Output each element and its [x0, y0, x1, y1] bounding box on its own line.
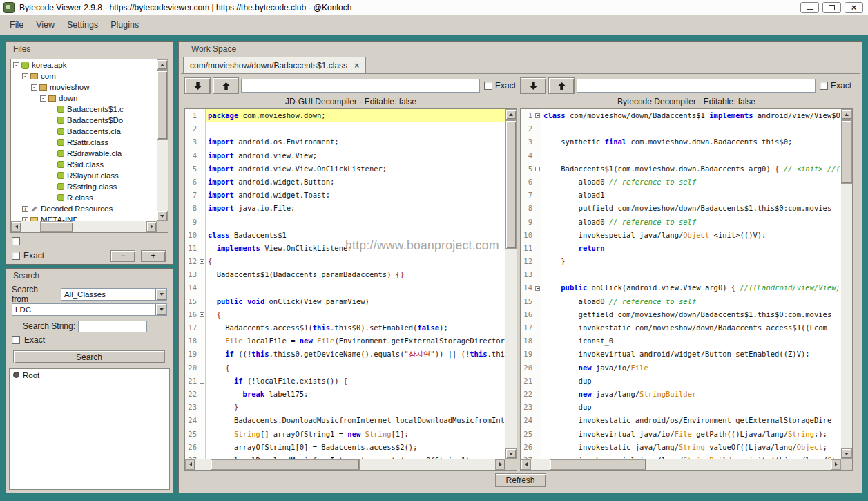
tree-item[interactable]: R.class — [11, 192, 157, 203]
tree-expander-plus-icon[interactable]: + — [22, 206, 28, 212]
fold-collapse-icon[interactable] — [200, 140, 204, 144]
font-increase-button[interactable]: + — [141, 250, 166, 262]
scroll-right-button[interactable] — [831, 459, 841, 470]
tree-expander-minus-icon[interactable]: - — [40, 95, 46, 102]
scroll-down-button[interactable] — [157, 211, 168, 221]
files-tree-vertical-scrollbar[interactable] — [157, 59, 168, 221]
scroll-up-button[interactable] — [505, 109, 517, 120]
scroll-up-button[interactable] — [157, 59, 168, 70]
jdgui-exact-checkbox[interactable] — [484, 82, 492, 90]
fold-collapse-icon[interactable] — [535, 286, 540, 291]
tree-item[interactable]: R$attr.class — [11, 137, 157, 148]
search-button[interactable]: Search — [13, 350, 165, 363]
scrollbar-thumb[interactable] — [211, 459, 360, 470]
scroll-down-button[interactable] — [841, 448, 852, 459]
scrollbar-thumb[interactable] — [505, 120, 517, 249]
line-number: 6 — [521, 176, 534, 189]
close-button[interactable]: × — [845, 2, 863, 13]
scrollbar-thumb[interactable] — [550, 459, 646, 470]
bytecode-horizontal-scrollbar[interactable] — [521, 459, 841, 470]
search-exact-checkbox[interactable] — [12, 336, 20, 344]
tree-item[interactable]: R$string.class — [11, 181, 157, 192]
bytecode-vertical-scrollbar[interactable] — [841, 109, 852, 459]
dropdown-button[interactable] — [155, 304, 166, 315]
tree-item[interactable]: R$layout.class — [11, 170, 157, 181]
navigate-up-button[interactable] — [548, 77, 575, 94]
fold-collapse-icon[interactable] — [200, 379, 204, 384]
scrollbar-thumb[interactable] — [40, 221, 73, 232]
code-line: 19 if ((!this.this$0.getDeviceName().equ… — [185, 348, 505, 361]
tree-item[interactable]: +META-INF — [11, 214, 157, 221]
dropdown-button[interactable] — [155, 289, 166, 300]
tree-item[interactable]: Badaccents$Do — [11, 115, 157, 126]
search-results-tree[interactable]: Root — [9, 368, 170, 490]
tree-item[interactable]: -korea.apk — [11, 59, 157, 70]
scroll-left-button[interactable] — [521, 459, 531, 470]
scroll-down-button[interactable] — [505, 448, 517, 459]
tree-expander-minus-icon[interactable]: - — [31, 84, 37, 91]
scroll-right-button[interactable] — [146, 221, 157, 232]
files-tree[interactable]: -korea.apk-com-movieshow-downBadaccents$… — [10, 59, 168, 233]
bytecode-code-editor[interactable]: 1class com/movieshow/down/Badaccents$1 i… — [520, 108, 853, 471]
tree-item[interactable]: R$id.class — [11, 159, 157, 170]
menu-view[interactable]: View — [30, 15, 61, 35]
jdgui-exact-label: Exact — [495, 81, 516, 91]
search-from-dropdown[interactable]: All_Classes — [61, 288, 167, 301]
scroll-left-button[interactable] — [11, 221, 21, 232]
navigate-down-button[interactable] — [520, 77, 546, 94]
tree-item[interactable]: Badaccents$1.c — [11, 104, 157, 115]
tree-expander-minus-icon[interactable]: - — [13, 62, 19, 68]
code-line: 6import android.widget.Button; — [185, 176, 505, 189]
scroll-right-button[interactable] — [495, 459, 505, 470]
line-number: 16 — [185, 308, 198, 321]
menu-file[interactable]: File — [3, 15, 30, 35]
maximize-button[interactable] — [822, 2, 841, 13]
fold-collapse-icon[interactable] — [535, 167, 540, 171]
fold-collapse-icon[interactable] — [200, 312, 204, 317]
fold-collapse-icon[interactable] — [535, 113, 540, 118]
navigate-up-button[interactable] — [213, 77, 239, 94]
files-exact-checkbox[interactable] — [12, 252, 20, 260]
tree-item[interactable]: -com — [11, 70, 157, 82]
font-decrease-button[interactable]: − — [110, 250, 135, 262]
search-results-root-item[interactable]: Root — [10, 369, 169, 381]
tree-item-label: R$string.class — [67, 182, 117, 191]
tree-item[interactable]: -movieshow — [11, 82, 157, 93]
jdgui-horizontal-scrollbar[interactable] — [185, 459, 505, 470]
scroll-up-button[interactable] — [841, 109, 852, 120]
menu-plugins[interactable]: Plugins — [104, 15, 145, 35]
files-quick-search-checkbox[interactable] — [12, 237, 20, 245]
jdgui-vertical-scrollbar[interactable] — [505, 109, 517, 459]
search-string-input[interactable] — [78, 321, 147, 332]
wrench-icon — [30, 205, 38, 213]
tab-close-icon[interactable]: × — [354, 61, 359, 70]
tree-expander-minus-icon[interactable]: - — [22, 73, 28, 79]
minimize-button[interactable] — [800, 2, 819, 13]
window-controls: × — [800, 2, 868, 13]
chevron-down-icon — [160, 293, 164, 296]
code-line: 7 aload1 — [521, 189, 841, 202]
bytecode-search-field[interactable] — [577, 79, 816, 93]
scrollbar-thumb[interactable] — [841, 120, 852, 184]
jdgui-search-field[interactable] — [241, 79, 480, 93]
tab-badaccents1-class[interactable]: com/movieshow/down/Badaccents$1.class × — [183, 57, 366, 73]
files-tree-horizontal-scrollbar[interactable] — [11, 221, 157, 232]
navigate-down-button[interactable] — [184, 77, 211, 94]
bytecode-exact-checkbox[interactable] — [820, 82, 828, 90]
menu-settings[interactable]: Settings — [61, 15, 104, 35]
tree-item[interactable]: Badaccents.cla — [11, 126, 157, 137]
code-line: 2 — [521, 122, 841, 135]
search-type-dropdown[interactable]: LDC — [12, 303, 167, 316]
scroll-left-button[interactable] — [185, 459, 195, 470]
arrow-right-icon — [835, 462, 838, 466]
tree-item[interactable]: +Decoded Resources — [11, 203, 157, 214]
refresh-button[interactable]: Refresh — [495, 473, 546, 487]
tree-item[interactable]: -down — [11, 93, 157, 104]
package-icon — [39, 84, 47, 91]
jdgui-code-editor[interactable]: 1package com.movieshow.down;23import and… — [184, 108, 517, 471]
code-line: 5 Badaccents$1(com.movieshow.down.Badacc… — [521, 162, 841, 176]
search-panel-title: Search — [6, 269, 173, 283]
tree-item[interactable]: R$drawable.cla — [11, 148, 157, 159]
fold-collapse-icon[interactable] — [200, 259, 204, 264]
scrollbar-thumb[interactable] — [157, 70, 168, 140]
